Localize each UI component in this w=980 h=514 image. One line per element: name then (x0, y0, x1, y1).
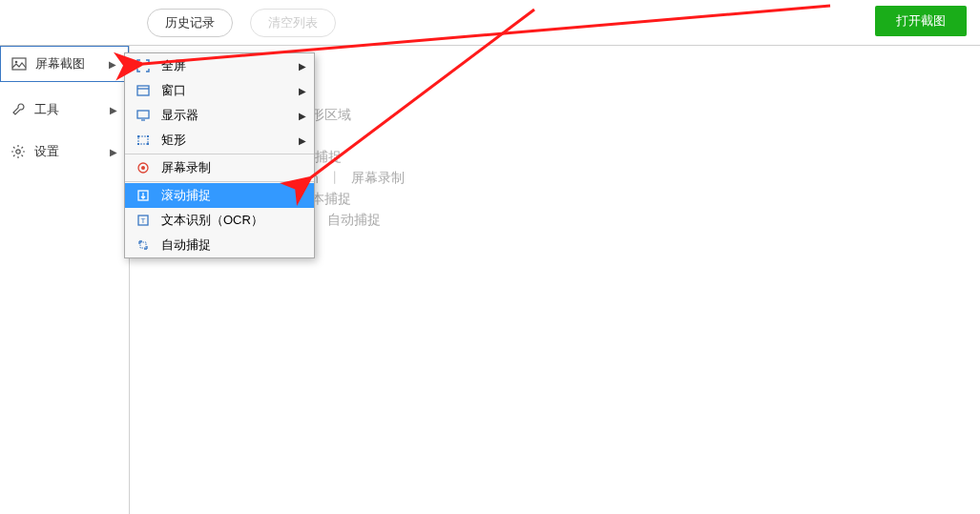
ocr-icon: T (135, 212, 152, 229)
svg-rect-0 (12, 58, 26, 70)
chevron-right-icon: ▶ (299, 61, 306, 72)
submenu-item-monitor[interactable]: 显示器 ▶ (125, 103, 314, 128)
sidebar-item-settings[interactable]: 设置 ▶ (0, 134, 129, 170)
chevron-right-icon: ▶ (110, 147, 121, 157)
svg-rect-9 (147, 135, 149, 137)
monitor-icon (135, 107, 152, 124)
record-icon (135, 159, 152, 176)
chevron-right-icon: ▶ (109, 59, 120, 70)
submenu-label: 矩形 (161, 132, 299, 149)
fullscreen-icon (135, 57, 152, 74)
svg-rect-7 (138, 136, 148, 144)
hint-desc: 屏幕录制 (351, 170, 405, 187)
image-icon (10, 55, 28, 72)
hint-shortcut: 本捕捉 (311, 191, 351, 208)
sidebar-item-label: 设置 (34, 143, 110, 160)
chevron-right-icon: ▶ (299, 111, 306, 121)
auto-icon (135, 236, 152, 254)
svg-point-2 (16, 150, 20, 154)
sidebar-item-label: 工具 (34, 101, 110, 118)
hint-shortcut: 形区域 (311, 107, 351, 124)
gear-icon (10, 143, 27, 160)
chevron-right-icon: ▶ (299, 135, 306, 146)
submenu-item-rect[interactable]: 矩形 ▶ (125, 128, 314, 153)
open-capture-button[interactable]: 打开截图 (875, 6, 967, 36)
submenu-label: 文本识别（OCR） (161, 212, 306, 229)
hint-line: n 丨 屏幕录制 (311, 170, 980, 187)
hint-line: 本捕捉 (311, 191, 980, 208)
clear-list-button: 清空列表 (250, 9, 336, 37)
submenu-label: 自动捕捉 (161, 236, 306, 254)
chevron-right-icon: ▶ (299, 86, 306, 96)
hint-desc: 自动捕捉 (327, 212, 381, 229)
menu-separator (125, 181, 314, 182)
submenu-label: 屏幕录制 (161, 159, 306, 176)
submenu-label: 滚动捕捉 (161, 187, 306, 204)
hint-line: 形区域 (311, 107, 980, 124)
svg-rect-17 (140, 242, 146, 248)
hint-separator: 丨 (328, 170, 342, 187)
submenu-label: 窗口 (161, 82, 299, 99)
submenu-item-record[interactable]: 屏幕录制 (125, 155, 314, 180)
submenu-label: 显示器 (161, 107, 299, 124)
svg-point-13 (141, 166, 145, 170)
svg-rect-10 (137, 143, 139, 145)
hint-line: 捕捉 (315, 149, 980, 166)
rect-icon (135, 132, 152, 149)
submenu-item-window[interactable]: 窗口 ▶ (125, 78, 314, 103)
svg-point-1 (15, 61, 18, 64)
sidebar-item-screenshot[interactable]: 屏幕截图 ▶ (0, 46, 129, 82)
submenu-item-fullscreen[interactable]: 全屏 ▶ (125, 53, 314, 78)
sidebar-item-label: 屏幕截图 (35, 55, 109, 72)
sidebar: 屏幕截图 ▶ 工具 ▶ 设置 ▶ (0, 46, 130, 514)
hint-shortcut: 捕捉 (315, 149, 342, 166)
wrench-icon (10, 101, 27, 118)
submenu-item-ocr[interactable]: T 文本识别（OCR） (125, 208, 314, 233)
submenu-label: 全屏 (161, 57, 299, 74)
svg-rect-3 (137, 86, 149, 95)
submenu-item-scroll[interactable]: 滚动捕捉 (125, 183, 314, 208)
menu-separator (125, 154, 314, 154)
svg-rect-5 (137, 111, 149, 118)
svg-text:T: T (141, 216, 146, 225)
svg-rect-11 (147, 143, 149, 145)
history-button[interactable]: 历史记录 (147, 9, 233, 37)
sidebar-item-tools[interactable]: 工具 ▶ (0, 92, 129, 128)
top-toolbar: 历史记录 清空列表 打开截图 (0, 0, 980, 46)
screenshot-submenu: 全屏 ▶ 窗口 ▶ 显示器 ▶ 矩形 ▶ 屏幕录制 滚动捕捉 T 文本识别（OC… (124, 52, 315, 258)
chevron-right-icon: ▶ (110, 105, 121, 115)
window-icon (135, 82, 152, 99)
submenu-item-auto[interactable]: 自动捕捉 (125, 233, 314, 257)
svg-rect-8 (137, 135, 139, 137)
scroll-icon (135, 187, 152, 204)
